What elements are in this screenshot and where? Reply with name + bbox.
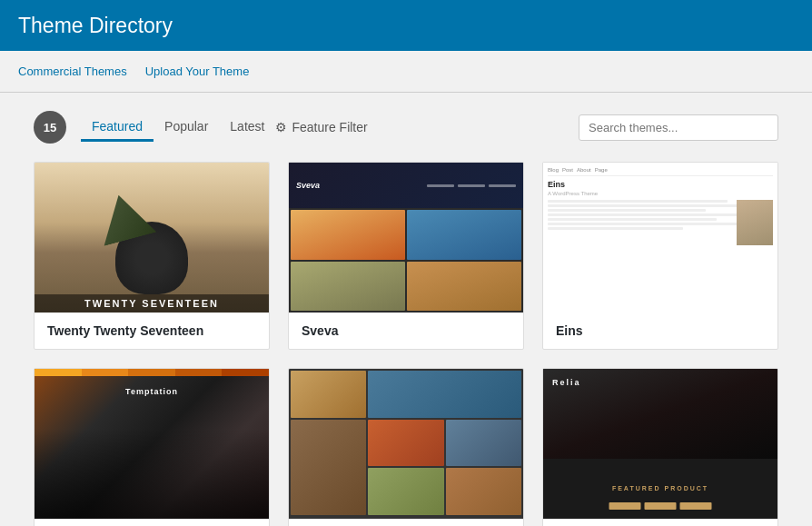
theme-thumbnail-gallerypress bbox=[289, 369, 523, 519]
theme-card-twenty-seventeen[interactable]: TWENTY SEVENTEEN Twenty Twenty Seventeen bbox=[34, 162, 270, 350]
theme-card-eins[interactable]: Blog Post About Page Eins A WordPress Th… bbox=[542, 162, 778, 350]
feature-filter[interactable]: ⚙ Feature Filter bbox=[275, 120, 367, 134]
sveva-header: Sveva bbox=[289, 163, 523, 208]
sveva-image bbox=[407, 262, 521, 312]
gallery-image bbox=[291, 420, 366, 515]
gear-icon: ⚙ bbox=[275, 120, 287, 134]
gallery-image bbox=[368, 468, 443, 515]
theme-card-gallerypress[interactable]: GalleryPress bbox=[288, 368, 524, 526]
sveva-image bbox=[407, 210, 521, 260]
theme-count-badge: 15 bbox=[34, 111, 66, 144]
eins-nav: Blog Post About Page bbox=[548, 167, 773, 176]
theme-name: Sveva bbox=[302, 323, 510, 338]
filter-tab-featured[interactable]: Featured bbox=[81, 114, 153, 142]
filter-tab-latest[interactable]: Latest bbox=[219, 114, 275, 142]
gallery-image bbox=[368, 371, 521, 418]
theme-name: Twenty Twenty Seventeen bbox=[47, 323, 256, 338]
gallery-image bbox=[446, 420, 521, 467]
eins-text-line bbox=[548, 209, 706, 212]
theme-name: Eins bbox=[556, 323, 765, 338]
sveva-image bbox=[291, 210, 405, 260]
theme-card-relia[interactable]: Relia FEATURED PRODUCT Relia bbox=[542, 368, 778, 526]
gallery-image bbox=[446, 468, 521, 515]
temptation-preview: Temptation bbox=[35, 369, 269, 519]
eins-nav-item: Page bbox=[595, 167, 608, 173]
temptation-bars bbox=[35, 369, 269, 376]
page-title: Theme Directory bbox=[18, 14, 173, 38]
theme-info: Relia bbox=[543, 519, 777, 526]
relia-button bbox=[645, 502, 677, 510]
feature-filter-label: Feature Filter bbox=[292, 120, 367, 134]
relia-button bbox=[680, 502, 712, 510]
theme-info: Twenty Twenty Seventeen bbox=[35, 313, 269, 349]
theme-info: Sveva bbox=[289, 313, 523, 349]
theme-info: Eins bbox=[543, 313, 777, 349]
eins-nav-item: Blog bbox=[548, 167, 559, 173]
sveva-image bbox=[291, 262, 405, 312]
relia-brand: Relia bbox=[552, 378, 581, 387]
theme-card-temptation[interactable]: Temptation Temptation bbox=[34, 368, 270, 526]
tempt-bar bbox=[175, 369, 223, 376]
relia-featured-text: FEATURED PRODUCT bbox=[543, 485, 777, 491]
tempt-bar bbox=[35, 369, 82, 376]
twenty-seventeen-preview: TWENTY SEVENTEEN bbox=[35, 163, 269, 313]
sveva-nav-item bbox=[427, 184, 454, 187]
eins-nav-item: Post bbox=[562, 167, 573, 173]
plant-decoration bbox=[115, 222, 188, 294]
tempt-bar bbox=[222, 369, 269, 376]
filter-tab-popular[interactable]: Popular bbox=[153, 114, 219, 142]
sveva-nav-item bbox=[489, 184, 516, 187]
tabs-navigation: Commercial Themes Upload Your Theme bbox=[0, 51, 812, 93]
gallerypress-preview bbox=[289, 369, 523, 519]
twenty-seventeen-label: TWENTY SEVENTEEN bbox=[35, 294, 269, 313]
eins-text-line bbox=[548, 213, 739, 216]
eins-image bbox=[737, 200, 773, 245]
eins-subtitle: A WordPress Theme bbox=[548, 191, 773, 196]
theme-info: Temptation bbox=[35, 519, 269, 526]
theme-thumbnail-temptation: Temptation bbox=[35, 369, 269, 519]
eins-text-line bbox=[548, 223, 746, 225]
tempt-bar bbox=[82, 369, 129, 376]
tab-commercial-themes[interactable]: Commercial Themes bbox=[18, 55, 138, 87]
sveva-nav-item bbox=[458, 184, 485, 187]
sveva-preview: Sveva bbox=[289, 163, 523, 313]
gallery-image bbox=[291, 371, 366, 418]
relia-buttons bbox=[609, 502, 712, 510]
eins-nav-item: About bbox=[577, 167, 591, 173]
sveva-grid bbox=[289, 208, 523, 313]
relia-preview: Relia FEATURED PRODUCT bbox=[543, 369, 777, 519]
theme-thumbnail-eins: Blog Post About Page Eins A WordPress Th… bbox=[543, 163, 777, 313]
eins-text-line bbox=[548, 218, 717, 221]
gallery-image bbox=[368, 420, 443, 467]
eins-text-line bbox=[548, 204, 750, 207]
theme-thumbnail-sveva: Sveva bbox=[289, 163, 523, 313]
site-header: Theme Directory bbox=[0, 0, 812, 51]
eins-text-line bbox=[548, 227, 683, 230]
eins-preview: Blog Post About Page Eins A WordPress Th… bbox=[543, 163, 777, 313]
eins-title: Eins bbox=[548, 180, 773, 189]
tempt-bar bbox=[128, 369, 175, 376]
theme-card-sveva[interactable]: Sveva Sveva bbox=[288, 162, 524, 350]
theme-thumbnail-relia: Relia FEATURED PRODUCT bbox=[543, 369, 777, 519]
filter-tabs: Featured Popular Latest ⚙ Feature Filter bbox=[81, 114, 564, 142]
tab-upload-theme[interactable]: Upload Your Theme bbox=[145, 55, 261, 87]
filter-bar: 15 Featured Popular Latest ⚙ Feature Fil… bbox=[34, 111, 778, 144]
temptation-logo: Temptation bbox=[125, 387, 178, 396]
theme-info: GalleryPress bbox=[289, 519, 523, 526]
eins-text-line bbox=[548, 200, 728, 203]
relia-button bbox=[609, 502, 641, 510]
main-content: 15 Featured Popular Latest ⚙ Feature Fil… bbox=[15, 93, 797, 526]
theme-thumbnail-twenty-seventeen: TWENTY SEVENTEEN bbox=[35, 163, 269, 313]
theme-grid: TWENTY SEVENTEEN Twenty Twenty Seventeen… bbox=[34, 162, 778, 526]
search-input[interactable] bbox=[579, 114, 778, 141]
